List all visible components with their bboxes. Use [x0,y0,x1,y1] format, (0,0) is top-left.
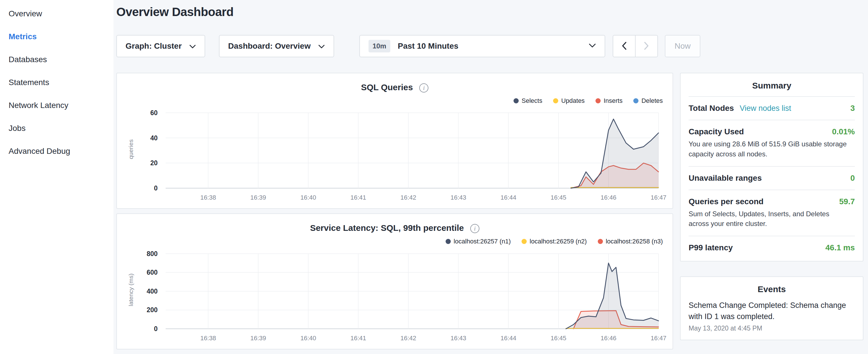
summary-row-unavailable-ranges: Unavailable ranges 0 [689,167,855,190]
legend-label: Selects [522,97,542,104]
time-range-dropdown[interactable]: 10m Past 10 Minutes [359,35,605,57]
legend-dot [445,239,451,244]
chevron-right-icon [644,41,649,51]
chevron-down-icon [318,41,325,51]
legend-label: localhost:26259 (n2) [530,238,587,245]
summary-value: 0 [850,173,855,183]
dashboard-dropdown[interactable]: Dashboard: Overview [219,35,334,57]
legend-dot [598,239,603,244]
chevron-down-icon [589,43,596,49]
summary-row-queries-per-second: Queries per second 59.7 Sum of Selects, … [689,190,855,236]
legend-dot [633,98,639,103]
legend-dot [553,98,558,103]
sidebar-item-jobs[interactable]: Jobs [0,117,114,140]
time-forward-button[interactable] [635,35,658,57]
sidebar: Overview Metrics Databases Statements Ne… [0,0,114,354]
time-range-badge: 10m [369,40,390,53]
legend-item-localhost-26258-n3-[interactable]: localhost:26258 (n3) [598,238,663,245]
svg-text:0: 0 [154,185,158,192]
svg-text:16:47: 16:47 [651,194,666,201]
svg-text:16:45: 16:45 [551,194,566,201]
legend-item-deletes[interactable]: Deletes [633,97,663,104]
info-icon[interactable]: i [470,224,479,233]
svg-text:20: 20 [150,159,158,167]
legend-item-localhost-26259-n2-[interactable]: localhost:26259 (n2) [522,238,587,245]
summary-description: Sum of Selects, Updates, Inserts, and De… [689,209,851,229]
svg-text:800: 800 [147,250,158,257]
chart-title: Service Latency: SQL, 99th percentile [310,223,464,232]
svg-text:queries: queries [127,139,134,159]
svg-text:16:38: 16:38 [200,334,216,342]
page-title: Overview Dashboard [116,5,863,19]
sidebar-item-overview[interactable]: Overview [0,2,114,25]
legend-dot [595,98,601,103]
summary-panel: Summary Total Nodes View nodes list 3 Ca… [680,73,863,261]
summary-label: P99 latency [689,243,733,252]
time-back-button[interactable] [613,35,636,57]
event-item[interactable]: Schema Change Completed: Schema change w… [689,300,855,332]
sidebar-item-advanced-debug[interactable]: Advanced Debug [0,140,114,163]
info-icon[interactable]: i [419,83,428,93]
events-title: Events [689,277,855,300]
summary-value: 46.1 ms [825,243,855,252]
svg-text:16:41: 16:41 [350,334,366,342]
sidebar-item-databases[interactable]: Databases [0,48,114,71]
dashboard-body: SQL Queries i SelectsUpdatesInsertsDelet… [116,73,863,349]
svg-text:16:44: 16:44 [501,194,517,201]
svg-text:latency (ms): latency (ms) [127,273,134,306]
svg-text:16:43: 16:43 [451,334,466,342]
legend-label: localhost:26257 (n1) [454,238,510,245]
main-content: Overview Dashboard Graph: Cluster Dashbo… [114,0,868,354]
sidebar-item-metrics[interactable]: Metrics [0,25,114,48]
service-latency-chart: 020040060080016:3816:3916:4016:4116:4216… [123,246,667,346]
svg-text:16:46: 16:46 [601,194,616,201]
chart-header: Service Latency: SQL, 99th percentile i [123,223,667,233]
svg-text:16:39: 16:39 [250,334,266,342]
summary-row-total-nodes: Total Nodes View nodes list 3 [689,97,855,120]
legend-item-updates[interactable]: Updates [553,97,585,104]
svg-text:16:47: 16:47 [651,334,666,342]
chevron-left-icon [621,41,627,51]
summary-value: 3 [850,104,855,113]
charts-column: SQL Queries i SelectsUpdatesInsertsDelet… [116,73,673,349]
svg-text:16:39: 16:39 [250,194,266,201]
svg-text:40: 40 [150,134,158,142]
legend-dot [514,98,519,103]
svg-text:16:43: 16:43 [451,194,466,201]
chart-legend: SelectsUpdatesInsertsDeletes [123,97,663,104]
summary-value: 59.7 [839,197,855,206]
legend-label: localhost:26258 (n3) [606,238,663,245]
graph-dropdown[interactable]: Graph: Cluster [116,35,205,57]
legend-item-inserts[interactable]: Inserts [595,97,622,104]
time-nav-arrows [613,35,658,57]
sidebar-item-network-latency[interactable]: Network Latency [0,94,114,117]
dashboard-dropdown-label: Dashboard: Overview [228,41,311,51]
app-root: Overview Metrics Databases Statements Ne… [0,0,868,354]
legend-label: Deletes [641,97,663,104]
svg-text:16:41: 16:41 [350,194,366,201]
svg-text:400: 400 [147,288,158,295]
legend-item-localhost-26257-n1-[interactable]: localhost:26257 (n1) [445,238,510,245]
svg-text:60: 60 [150,109,158,117]
event-text: Schema Change Completed: Schema change w… [689,300,849,322]
svg-text:16:44: 16:44 [501,334,517,342]
now-button[interactable]: Now [665,35,700,57]
summary-label: Unavailable ranges [689,173,762,183]
summary-value: 0.01% [832,127,855,136]
svg-text:16:45: 16:45 [551,334,566,342]
graph-dropdown-label: Graph: Cluster [125,41,182,51]
svg-text:0: 0 [154,325,158,332]
summary-description: You are using 28.6 MiB of 515.9 GiB usab… [689,139,851,159]
summary-label: Total Nodes [689,104,734,113]
sidebar-item-statements[interactable]: Statements [0,71,114,94]
summary-label: Capacity Used [689,127,744,136]
right-column: Summary Total Nodes View nodes list 3 Ca… [680,73,863,340]
summary-label: Queries per second [689,197,764,206]
view-nodes-list-link[interactable]: View nodes list [740,104,791,113]
sql-queries-chart-card: SQL Queries i SelectsUpdatesInsertsDelet… [116,73,673,209]
svg-text:600: 600 [147,269,158,277]
svg-text:16:40: 16:40 [300,194,316,201]
svg-text:16:46: 16:46 [601,334,616,342]
legend-label: Updates [561,97,585,104]
legend-item-selects[interactable]: Selects [514,97,542,104]
